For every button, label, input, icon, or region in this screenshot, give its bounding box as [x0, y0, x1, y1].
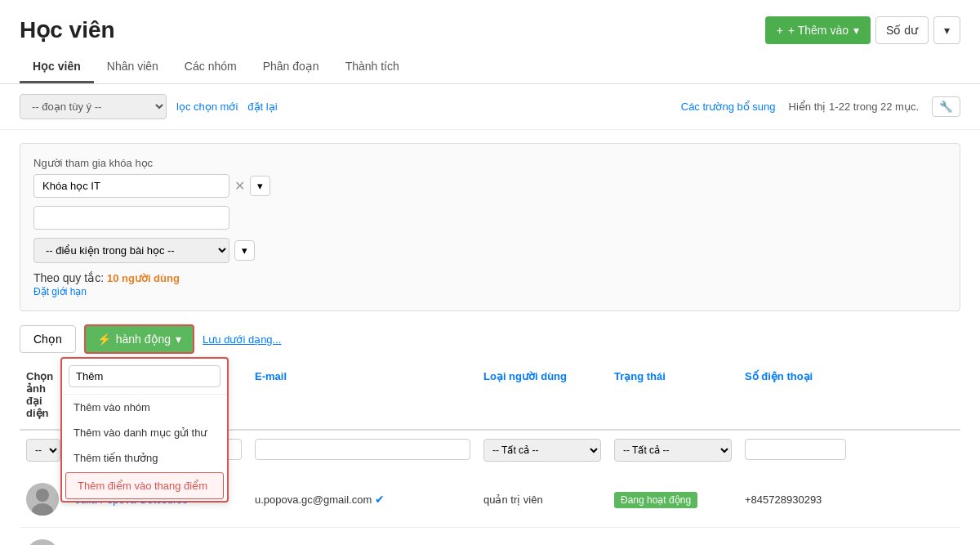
svg-point-3 [26, 539, 59, 545]
col-status: Trạng thái [608, 367, 738, 422]
sort-select[interactable]: -- [26, 439, 60, 462]
action-label: hành động [116, 333, 171, 346]
col-email: E-mail [248, 367, 477, 422]
tab-hoc-vien[interactable]: Học viên [20, 51, 94, 83]
dropdown-search-area [62, 359, 227, 395]
tab-nhan-vien[interactable]: Nhân viên [94, 51, 172, 83]
condition-select[interactable]: -- điều kiện trong bài học -- [33, 238, 229, 263]
col-type: Loại người dùng [477, 367, 608, 422]
balance-label: Số dư [886, 24, 918, 37]
type-filter-select[interactable]: -- Tất cả -- [483, 439, 601, 462]
dropdown-item-them-tien-thuong[interactable]: Thêm tiến thưởng [62, 445, 227, 471]
course-dropdown-button[interactable]: ▾ [250, 176, 270, 196]
user-email-cell: u.popova.gc@gmail.com ✔ [248, 489, 477, 509]
filter-new-link[interactable]: lọc chọn mới [176, 101, 238, 113]
filter-text-input[interactable] [33, 206, 229, 230]
action-chevron-icon: ▾ [176, 333, 181, 346]
lightning-icon: ⚡ [97, 333, 111, 346]
add-button[interactable]: + + Thêm vào ▾ [765, 16, 871, 44]
user-type-cell: quản trị viên [477, 490, 608, 509]
course-clear-button[interactable]: ✕ [234, 178, 245, 194]
action-bar: Chọn ⚡ hành động ▾ Lưu dưới dạng... Thêm… [20, 324, 960, 354]
tab-cac-nhom[interactable]: Các nhóm [172, 51, 250, 83]
email-text: u.popova.gc@gmail.com [255, 494, 372, 506]
col-phone: Số điện thoại [738, 367, 853, 422]
user-status-cell: Đang hoạt động [608, 490, 738, 509]
add-button-label: + Thêm vào [788, 24, 849, 37]
tabs-nav: Học viên Nhân viên Các nhóm Phân đoạn Th… [0, 51, 980, 84]
action-button[interactable]: ⚡ hành động ▾ [84, 324, 194, 354]
dropdown-item-them-diem[interactable]: Thêm điểm vào thang điểm [65, 472, 224, 499]
filter-reset-link[interactable]: đặt lại [247, 101, 277, 113]
user-avatar [26, 539, 59, 545]
additional-fields-link[interactable]: Các trường bổ sung [681, 101, 776, 113]
email-verified-icon: ✔ [375, 493, 385, 506]
display-count: Hiển thị 1-22 trong 22 mục. [789, 101, 919, 113]
course-input[interactable] [33, 174, 229, 198]
email-filter-input[interactable] [255, 439, 470, 460]
rule-count: 10 người dùng [107, 272, 180, 284]
save-under-button[interactable]: Lưu dưới dạng... [203, 333, 281, 346]
avatar-cell [20, 536, 69, 545]
dropdown-item-them-vao-nhom[interactable]: Thêm vào nhóm [62, 395, 227, 420]
status-filter-select[interactable]: -- Tất cả -- [614, 439, 732, 462]
tab-phan-doan[interactable]: Phân đoạn [250, 51, 332, 83]
tab-thanh-tich[interactable]: Thành tích [332, 51, 412, 83]
action-dropdown: Thêm vào nhóm Thêm vào danh mục gửi thư … [60, 357, 229, 503]
select-button[interactable]: Chọn [20, 325, 76, 353]
segment-select[interactable]: -- đoạn tùy ý -- [20, 94, 167, 119]
condition-dropdown-button[interactable]: ▾ [234, 240, 255, 261]
filter-bar: -- đoạn tùy ý -- lọc chọn mới đặt lại Cá… [0, 84, 980, 130]
set-limit-link[interactable]: Đặt giới hạn [33, 286, 87, 297]
balance-dropdown-button[interactable]: ▾ [933, 16, 960, 44]
phone-filter-input[interactable] [745, 439, 846, 460]
wrench-button[interactable]: 🔧 [932, 96, 960, 117]
balance-button[interactable]: Số dư [875, 16, 929, 44]
wrench-icon: 🔧 [939, 101, 953, 113]
table-row: Liubov Kupriyanova pr.getcourse@gmail.co… [20, 528, 960, 545]
user-avatar [26, 483, 59, 516]
status-badge: Đang hoạt động [614, 492, 697, 508]
dropdown-item-them-vao-danh-muc[interactable]: Thêm vào danh mục gửi thư [62, 420, 227, 445]
chevron-down-icon: ▾ [853, 24, 859, 37]
dropdown-search-input[interactable] [69, 365, 220, 387]
plus-icon: + [777, 24, 783, 37]
filter-label: Người tham gia khóa học [33, 157, 947, 169]
rule-text: Theo quy tắc: [33, 271, 104, 284]
user-phone-cell: +845728930293 [738, 490, 853, 509]
svg-point-1 [36, 489, 49, 502]
filter-section: Người tham gia khóa học ✕ ▾ -- điều kiện… [20, 143, 960, 311]
